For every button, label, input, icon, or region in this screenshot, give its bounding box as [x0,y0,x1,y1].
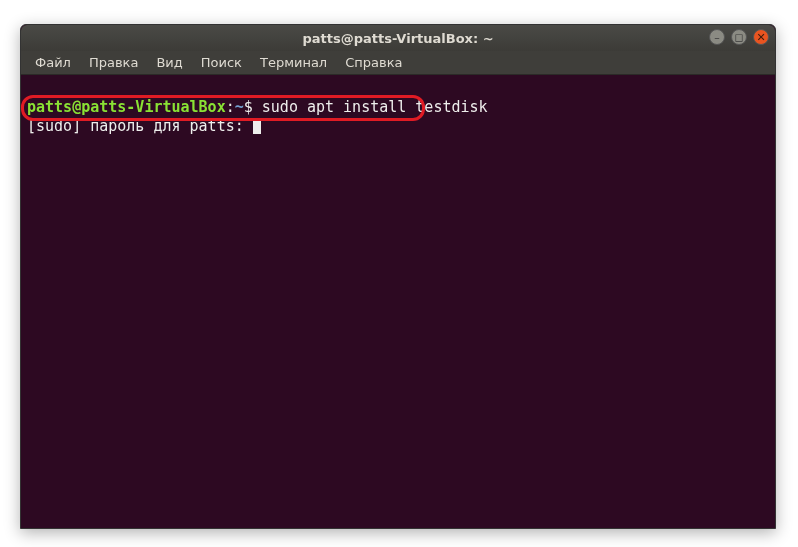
terminal-body[interactable]: patts@patts-VirtualBox:~$ sudo apt insta… [21,75,775,528]
window-controls: – ◻ ✕ [709,29,769,45]
terminal-line-2: [sudo] пароль для patts: [27,117,261,135]
prompt-user: patts [27,98,72,116]
password-prompt: [sudo] пароль для patts: [27,117,253,135]
prompt-host: patts-VirtualBox [81,98,226,116]
menu-file[interactable]: Файл [27,53,79,72]
command-text: sudo apt install testdisk [262,98,488,116]
menu-view[interactable]: Вид [148,53,190,72]
prompt-at: @ [72,98,81,116]
terminal-line-1: patts@patts-VirtualBox:~$ sudo apt insta… [27,98,488,116]
text-cursor [253,119,261,134]
menu-edit[interactable]: Правка [81,53,146,72]
close-button[interactable]: ✕ [753,29,769,45]
menu-bar: Файл Правка Вид Поиск Терминал Справка [21,51,775,75]
terminal-window: patts@patts-VirtualBox: ~ – ◻ ✕ Файл Пра… [20,24,776,529]
menu-help[interactable]: Справка [337,53,410,72]
prompt-path: ~ [235,98,244,116]
minimize-icon: – [714,31,720,44]
menu-search[interactable]: Поиск [193,53,250,72]
menu-terminal[interactable]: Терминал [252,53,335,72]
maximize-button[interactable]: ◻ [731,29,747,45]
window-title: patts@patts-VirtualBox: ~ [21,31,775,46]
close-icon: ✕ [756,31,765,44]
prompt-colon: : [226,98,235,116]
maximize-icon: ◻ [734,31,743,44]
title-bar[interactable]: patts@patts-VirtualBox: ~ – ◻ ✕ [21,25,775,51]
prompt-dollar: $ [244,98,253,116]
minimize-button[interactable]: – [709,29,725,45]
